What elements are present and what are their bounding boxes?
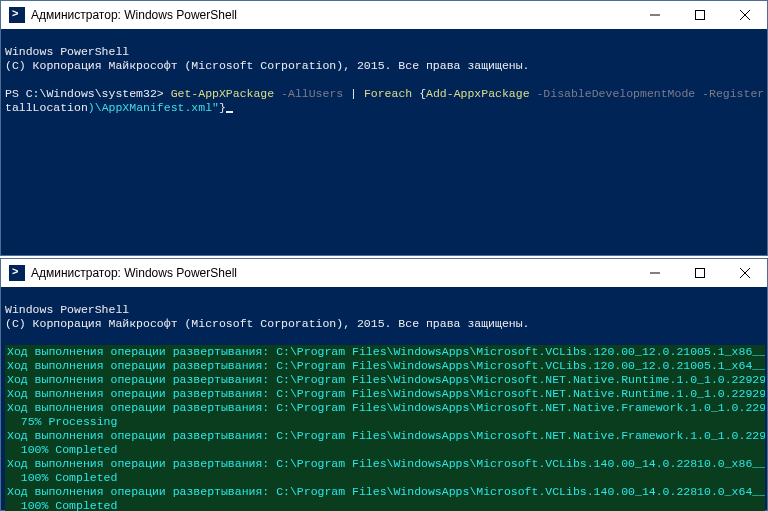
terminal-output[interactable]: Windows PowerShell (C) Корпорация Майкро… <box>1 287 767 511</box>
titlebar[interactable]: Администратор: Windows PowerShell <box>1 259 767 287</box>
maximize-icon <box>695 10 705 20</box>
progress-line: Ход выполнения операции развертывания: C… <box>5 373 765 387</box>
progress-status: 100% Completed <box>5 471 765 485</box>
progress-line: Ход выполнения операции развертывания: C… <box>5 387 765 401</box>
progress-line: Ход выполнения операции развертывания: C… <box>5 401 765 415</box>
pipe: | <box>350 87 364 100</box>
banner-line: Windows PowerShell <box>5 45 129 58</box>
cmd-param: -DisableDevelopmentMode -Register <box>530 87 765 100</box>
close-button[interactable] <box>722 1 767 29</box>
window-title: Администратор: Windows PowerShell <box>31 266 632 280</box>
banner-line: Windows PowerShell <box>5 303 129 316</box>
maximize-button[interactable] <box>677 259 722 287</box>
svg-rect-1 <box>695 11 704 20</box>
window-title: Администратор: Windows PowerShell <box>31 8 632 22</box>
svg-rect-5 <box>695 269 704 278</box>
close-icon <box>740 10 750 20</box>
cmdlet: Get-AppXPackage <box>171 87 275 100</box>
cmdlet: Foreach <box>364 87 419 100</box>
brace: } <box>219 101 226 114</box>
powershell-icon <box>9 7 25 23</box>
minimize-icon <box>650 268 660 278</box>
minimize-icon <box>650 10 660 20</box>
progress-line: Ход выполнения операции развертывания: C… <box>5 457 765 471</box>
progress-status: 100% Completed <box>5 499 765 511</box>
maximize-button[interactable] <box>677 1 722 29</box>
progress-line: Ход выполнения операции развертывания: C… <box>5 345 765 359</box>
terminal-output[interactable]: Windows PowerShell (C) Корпорация Майкро… <box>1 29 767 145</box>
copyright-line: (C) Корпорация Майкрософт (Microsoft Cor… <box>5 317 530 330</box>
progress-line: Ход выполнения операции развертывания: C… <box>5 485 765 499</box>
brace: { <box>419 87 426 100</box>
string-lit: )\AppXManifest.xml" <box>88 101 219 114</box>
progress-line: Ход выполнения операции развертывания: C… <box>5 429 765 443</box>
window-controls <box>632 1 767 29</box>
member: tallLocation <box>5 101 88 114</box>
titlebar[interactable]: Администратор: Windows PowerShell <box>1 1 767 29</box>
minimize-button[interactable] <box>632 1 677 29</box>
copyright-line: (C) Корпорация Майкрософт (Microsoft Cor… <box>5 59 530 72</box>
close-button[interactable] <box>722 259 767 287</box>
progress-status: 100% Completed <box>5 443 765 457</box>
minimize-button[interactable] <box>632 259 677 287</box>
powershell-window-2: Администратор: Windows PowerShell Window… <box>0 258 768 511</box>
powershell-window-1: Администратор: Windows PowerShell Window… <box>0 0 768 256</box>
window-controls <box>632 259 767 287</box>
progress-line: Ход выполнения операции развертывания: C… <box>5 359 765 373</box>
progress-status: 75% Processing <box>5 415 765 429</box>
prompt-text: PS C:\Windows\system32> <box>5 87 171 100</box>
cmd-param: -AllUsers <box>274 87 350 100</box>
cursor <box>226 111 233 113</box>
cmdlet: Add-AppxPackage <box>426 87 530 100</box>
maximize-icon <box>695 268 705 278</box>
close-icon <box>740 268 750 278</box>
powershell-icon <box>9 265 25 281</box>
